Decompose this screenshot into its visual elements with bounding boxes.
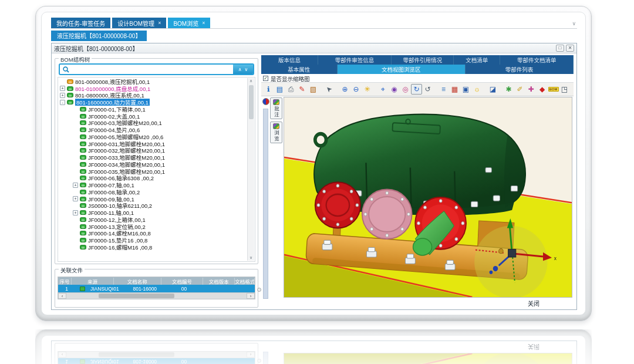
doc-preview-icon[interactable]: ▤ (274, 84, 285, 95)
tree-scrollbar[interactable]: ∧ ∨ (247, 78, 254, 261)
side-tab-markup[interactable]: 批注 (270, 97, 282, 119)
expander-icon[interactable]: + (73, 196, 78, 201)
tree-item[interactable]: ∞ JF0000-034,地脚螺栓M20,00,1 (59, 161, 247, 168)
tree-item[interactable]: ∞ JS0000-10,轴承6211,00,2 (59, 203, 247, 210)
image-markup-icon[interactable]: ▧ (308, 84, 319, 95)
pan-icon[interactable]: ↺ (422, 84, 433, 95)
close-icon[interactable]: ✕ (566, 45, 574, 52)
tab-my-tasks[interactable]: 我的任务-审签任务 (51, 18, 110, 28)
viewpoint-icon[interactable] (262, 98, 269, 105)
print-icon[interactable]: ⎙ (285, 84, 296, 95)
tree-item[interactable]: ∞ 801-0000008,液压挖掘机,00,1 (59, 78, 247, 85)
expander-icon[interactable]: + (60, 93, 65, 98)
tab-design-bom[interactable]: 设计BOM管理 × (112, 18, 166, 28)
scrollbar-track[interactable] (66, 293, 247, 299)
close-button[interactable]: 关闭 (528, 299, 539, 308)
3d-model-canvas[interactable]: x (284, 97, 572, 298)
axis-display-icon[interactable]: ✚ (525, 84, 537, 95)
search-next-icon[interactable]: ∨ (245, 67, 248, 72)
zoom-extents-icon[interactable]: ◉ (389, 84, 400, 95)
rotate-center-icon[interactable]: ◎ (400, 84, 411, 95)
tree-item[interactable]: - ∞ 801-16000000,动力装置,00,1 (59, 99, 247, 106)
close-icon[interactable]: × (158, 21, 161, 26)
tree-item[interactable]: ∞ JF0000-12,上箱体,00,1 (59, 216, 247, 223)
expander-icon[interactable]: + (73, 210, 78, 215)
table-header-cell[interactable]: 文档名称 (114, 278, 161, 285)
tree-item[interactable]: + ∞ 801-010000000,底盘总成,00,1 (59, 85, 247, 92)
tree-item[interactable]: ∞ JF0000-03,地脚螺栓M20,00,1 (59, 120, 247, 127)
side-tab-browse[interactable]: 浏览 (270, 122, 282, 143)
table-header-cell[interactable]: 文档编号 (161, 278, 203, 285)
tree-item[interactable]: + ∞ JF0000-09,轴,00,1 (59, 196, 247, 203)
zoom-window-icon[interactable]: ⌖ (377, 84, 389, 95)
table-header-cell[interactable]: 文档版本 (203, 278, 235, 285)
tab-basic-properties[interactable]: 基本属性 (261, 65, 338, 74)
tab-version-info[interactable]: 版本信息 (261, 55, 318, 65)
thumbnail-checkbox[interactable]: ✓ (263, 76, 268, 81)
tree-item[interactable]: ∞ JF0000-031,地脚螺栓M20,00,1 (59, 140, 247, 147)
select-cursor-icon[interactable]: ➤ (323, 84, 335, 95)
explode-icon[interactable]: ✱ (503, 84, 514, 95)
splitter-bar[interactable] (263, 109, 268, 299)
tree-item[interactable]: ∞ JF0000-033,地脚螺栓M20,00,1 (59, 154, 247, 161)
tree-item[interactable]: ∞ JF0000-05,地脚螺帽M20 ,00,6 (59, 133, 247, 140)
tree-item[interactable]: + ∞ JF0000-07,轴,00,1 (59, 181, 247, 188)
tree-item[interactable]: ∞ JF0000-032,地脚螺栓M20,00,1 (59, 147, 247, 154)
expander-icon[interactable]: - (60, 100, 65, 105)
tree-item[interactable]: ∞ JF0000-14,螺栓M16,00,8 (59, 230, 247, 237)
info-icon[interactable]: ℹ (263, 84, 274, 95)
tree-item[interactable]: + ∞ 801-0800000,液压系统,00,1 (59, 92, 247, 99)
tab-part-usage[interactable]: 零部件引用情况 (392, 55, 454, 65)
tree-item[interactable]: ∞ JF0000-13,定位销,00,2 (59, 223, 247, 230)
tree-item[interactable]: ∞ JF0000-15,垫片16 ,00,8 (59, 237, 247, 244)
tree-item[interactable]: ∞ JF0000-01,下箱体,00,1 (59, 106, 247, 113)
tab-bom-browse[interactable]: BOM浏览 × (168, 18, 210, 28)
expander-icon[interactable]: + (60, 86, 65, 91)
tab-document-view-area[interactable]: 文档视图浏览区 (338, 65, 466, 74)
render-mode-icon[interactable]: ◪ (487, 84, 498, 95)
table-row[interactable]: 1 JIANSUQI01 801-16000 00 (58, 285, 255, 292)
tab-excavator-document[interactable]: 液压挖掘机【801-0000008-00】 (51, 31, 147, 41)
scroll-right-icon[interactable]: › (247, 293, 255, 299)
export-view-icon[interactable]: ◳ (559, 84, 570, 95)
tree-item[interactable]: + ∞ JF0000-11,轴,00,1 (59, 209, 247, 216)
scroll-up-icon[interactable]: ∧ (249, 78, 252, 84)
close-icon[interactable]: × (202, 21, 205, 26)
scroll-down-icon[interactable]: ∨ (249, 255, 252, 261)
tree-item[interactable]: ∞ JF0000-04,垫片,00,6 (59, 126, 247, 133)
tree-item[interactable]: ∞ JF0000-035,地脚螺栓M20,00,1 (59, 168, 247, 175)
chevron-down-icon[interactable]: ∨ (572, 21, 576, 26)
scroll-left-icon[interactable]: ‹ (58, 293, 66, 299)
zoom-out-icon[interactable]: ⊖ (350, 84, 362, 95)
structure-grid-icon[interactable]: ▦ (449, 84, 460, 95)
bom-view-icon[interactable]: BOM (548, 84, 559, 95)
resize-handle[interactable] (257, 288, 261, 292)
table-header-cell[interactable]: 来源 (72, 278, 113, 285)
tree-item[interactable]: ∞ JF0000-02,大盖,00,1 (59, 113, 247, 120)
tab-part-document-list[interactable]: 零部件文档清单 (500, 55, 574, 65)
layers-icon[interactable]: ≡ (438, 84, 449, 95)
table-header-cell[interactable]: 序号 (58, 278, 72, 285)
table-horizontal-scrollbar[interactable]: ‹ › (58, 292, 255, 299)
tab-document-list[interactable]: 文档清单 (454, 55, 500, 65)
section-icon[interactable]: ◆ (537, 84, 548, 95)
restore-icon[interactable]: □ (556, 45, 564, 52)
zoom-in-icon[interactable]: ⊕ (339, 84, 350, 95)
tree-item[interactable]: ∞ JF0000-16,螺帽M16 ,00,8 (59, 244, 247, 251)
tree-item[interactable]: ∞ JF0000-06,轴承6308 ,00,2 (59, 175, 247, 182)
rotate-3d-icon[interactable]: ↻ (411, 84, 422, 95)
redline-pen-icon[interactable]: ✎ (296, 84, 308, 95)
light-icon[interactable]: ☼ (471, 84, 483, 95)
snapshot-icon[interactable]: ▣ (460, 84, 471, 95)
tab-part-list[interactable]: 零部件列表 (466, 65, 574, 74)
tree-item[interactable]: ∞ JF0000-08,轴承,00,2 (59, 188, 247, 196)
zoom-fit-icon[interactable]: ✳ (362, 84, 373, 95)
scrollbar-thumb[interactable] (249, 85, 254, 119)
search-input[interactable] (72, 65, 233, 74)
tab-part-signoff-info[interactable]: 零部件审签信息 (318, 55, 392, 65)
scrollbar-thumb[interactable] (99, 294, 174, 298)
expander-icon[interactable]: + (73, 183, 78, 188)
measure-icon[interactable]: ✐ (514, 84, 525, 95)
search-prev-icon[interactable]: ∧ (238, 67, 242, 72)
table-header-cell[interactable]: 文档格式 (235, 278, 255, 285)
